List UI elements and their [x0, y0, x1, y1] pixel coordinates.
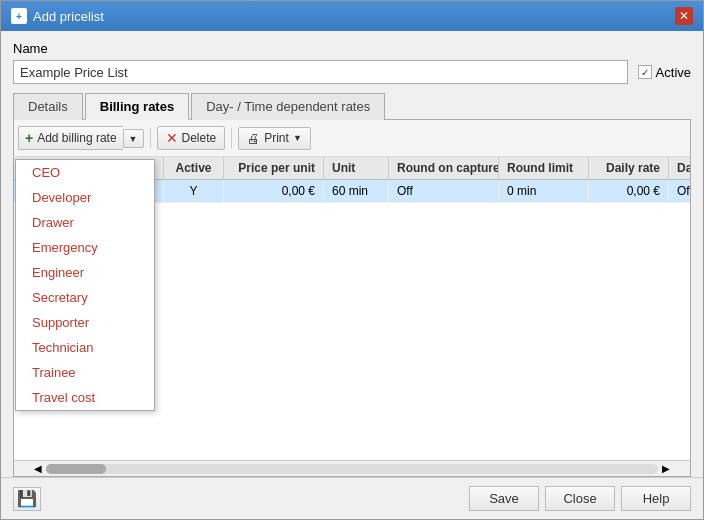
dropdown-item-trainee[interactable]: Trainee	[16, 360, 154, 385]
bottom-bar: 💾 Save Close Help	[1, 477, 703, 519]
dialog-icon: +	[11, 8, 27, 24]
add-label: Add billing rate	[37, 131, 116, 145]
col-header-round-limit: Round limit	[499, 157, 589, 179]
print-icon: 🖨	[247, 131, 260, 146]
col-header-unit: Unit	[324, 157, 389, 179]
dropdown-item-secretary[interactable]: Secretary	[16, 285, 154, 310]
toolbar-separator-2	[231, 128, 232, 148]
cell-unit: 60 min	[324, 180, 389, 202]
cell-price: 0,00 €	[224, 180, 324, 202]
close-button[interactable]: Close	[545, 486, 615, 511]
col-header-round-capture: Round on capture	[389, 157, 499, 179]
name-input[interactable]	[13, 60, 628, 84]
dropdown-item-technician[interactable]: Technician	[16, 335, 154, 360]
col-header-price: Price per unit	[224, 157, 324, 179]
name-section: Name	[13, 41, 691, 56]
col-header-active: Active	[164, 157, 224, 179]
col-header-daily-rate: Daily rate	[589, 157, 669, 179]
toolbar-separator	[150, 128, 151, 148]
bottom-right: Save Close Help	[469, 486, 691, 511]
close-window-button[interactable]: ✕	[675, 7, 693, 25]
dropdown-item-drawer[interactable]: Drawer	[16, 210, 154, 235]
print-dropdown-icon: ▼	[293, 133, 302, 143]
dialog-title: Add pricelist	[33, 9, 104, 24]
scrollbar-track[interactable]	[46, 464, 658, 474]
toolbar: + Add billing rate ▼ ✕ Delete 🖨 Print ▼	[13, 120, 691, 157]
cell-round-capture: Off	[389, 180, 499, 202]
dropdown-item-travel-cost[interactable]: Travel cost	[16, 385, 154, 410]
cell-round-limit: 0 min	[499, 180, 589, 202]
delete-button[interactable]: ✕ Delete	[157, 126, 226, 150]
tab-time-dependent[interactable]: Day- / Time dependent rates	[191, 93, 385, 120]
save-button[interactable]: Save	[469, 486, 539, 511]
delete-label: Delete	[182, 131, 217, 145]
active-check-container: ✓ Active	[638, 65, 691, 80]
cell-active: Y	[164, 180, 224, 202]
col-header-daily-r: Daily rat	[669, 157, 691, 179]
title-bar-left: + Add pricelist	[11, 8, 104, 24]
cell-daily-rate: 0,00 €	[589, 180, 669, 202]
print-label: Print	[264, 131, 289, 145]
dropdown-item-engineer[interactable]: Engineer	[16, 260, 154, 285]
print-button[interactable]: 🖨 Print ▼	[238, 127, 311, 150]
dropdown-item-developer[interactable]: Developer	[16, 185, 154, 210]
cell-daily-r: Off	[669, 180, 690, 202]
add-billing-rate-button[interactable]: + Add billing rate	[18, 126, 123, 150]
add-pricelist-dialog: + Add pricelist ✕ Name ✓ Active Details …	[0, 0, 704, 520]
scroll-right-btn[interactable]: ▶	[658, 463, 674, 474]
name-row: ✓ Active	[13, 60, 691, 84]
horizontal-scrollbar[interactable]: ◀ ▶	[14, 460, 690, 476]
delete-icon: ✕	[166, 130, 178, 146]
scrollbar-thumb[interactable]	[46, 464, 106, 474]
tabs-container: Details Billing rates Day- / Time depend…	[13, 92, 691, 120]
tab-billing-rates[interactable]: Billing rates	[85, 93, 189, 120]
active-checkbox[interactable]: ✓	[638, 65, 652, 79]
help-button[interactable]: Help	[621, 486, 691, 511]
name-label: Name	[13, 41, 48, 56]
active-label: Active	[656, 65, 691, 80]
plus-icon: +	[25, 130, 33, 146]
dropdown-item-emergency[interactable]: Emergency	[16, 235, 154, 260]
title-bar: + Add pricelist ✕	[1, 1, 703, 31]
chevron-down-icon: ▼	[129, 134, 138, 144]
dropdown-item-supporter[interactable]: Supporter	[16, 310, 154, 335]
tab-details[interactable]: Details	[13, 93, 83, 120]
add-billing-rate-dropdown-arrow[interactable]: ▼	[123, 129, 144, 148]
bottom-left: 💾	[13, 487, 41, 511]
save-icon-button[interactable]: 💾	[13, 487, 41, 511]
add-billing-rate-dropdown: CEO Developer Drawer Emergency Engineer …	[15, 159, 155, 411]
add-billing-rate-btn-group: + Add billing rate ▼	[18, 126, 144, 150]
scroll-left-btn[interactable]: ◀	[30, 463, 46, 474]
dropdown-item-ceo[interactable]: CEO	[16, 160, 154, 185]
